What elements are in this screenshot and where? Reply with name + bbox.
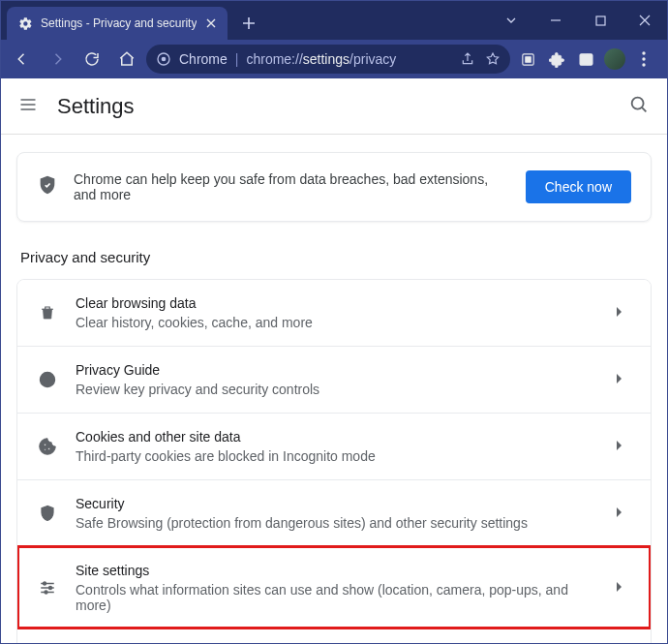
chevron-right-icon <box>616 505 631 522</box>
window-dropdown-button[interactable] <box>489 1 533 40</box>
row-title: Cookies and other site data <box>76 429 598 445</box>
safety-check-text: Chrome can help keep you safe from data … <box>74 171 510 202</box>
browser-menu-button[interactable] <box>630 51 657 67</box>
row-desc: Safe Browsing (protection from dangerous… <box>76 515 598 531</box>
extensions-puzzle-icon[interactable] <box>543 46 570 73</box>
omnibox-url: chrome://settings/privacy <box>246 51 396 67</box>
gear-icon <box>18 16 33 31</box>
row-desc: Review key privacy and security controls <box>76 382 598 397</box>
row-title: Clear browsing data <box>76 295 598 311</box>
svg-point-14 <box>44 582 46 585</box>
check-now-button[interactable]: Check now <box>526 170 631 203</box>
svg-point-15 <box>49 587 52 590</box>
row-cookies[interactable]: Cookies and other site data Third-party … <box>17 413 651 479</box>
search-settings-button[interactable] <box>628 94 650 119</box>
svg-point-8 <box>642 63 645 66</box>
chevron-right-icon <box>616 579 631 597</box>
omnibox-origin-label: Chrome <box>179 51 228 67</box>
row-privacy-guide[interactable]: Privacy Guide Review key privacy and sec… <box>17 346 651 413</box>
row-desc: Clear history, cookies, cache, and more <box>76 315 598 330</box>
page-title: Settings <box>57 94 135 119</box>
close-window-button[interactable] <box>622 1 667 40</box>
window-titlebar: Settings - Privacy and security <box>1 1 667 40</box>
svg-point-2 <box>162 57 167 62</box>
svg-rect-5 <box>580 53 592 64</box>
safety-check-card: Chrome can help keep you safe from data … <box>16 152 652 222</box>
chevron-right-icon <box>616 371 631 388</box>
settings-header: Settings <box>1 78 667 135</box>
profile-avatar[interactable] <box>601 46 628 73</box>
back-button[interactable] <box>7 44 38 75</box>
menu-button[interactable] <box>18 95 38 118</box>
svg-rect-4 <box>525 56 531 62</box>
new-tab-button[interactable] <box>235 10 262 37</box>
shield-icon <box>37 504 58 523</box>
svg-point-12 <box>48 448 50 450</box>
sliders-icon <box>37 579 58 597</box>
privacy-security-list: Clear browsing data Clear history, cooki… <box>16 279 652 643</box>
browser-toolbar: Chrome | chrome://settings/privacy <box>1 40 667 78</box>
extension-1-icon[interactable] <box>514 46 541 73</box>
home-button[interactable] <box>111 44 142 75</box>
svg-point-11 <box>45 444 46 445</box>
row-title: Privacy Guide <box>76 362 598 378</box>
address-bar[interactable]: Chrome | chrome://settings/privacy <box>146 45 510 74</box>
browser-tab[interactable]: Settings - Privacy and security <box>7 7 228 40</box>
row-desc: Third-party cookies are blocked in Incog… <box>76 448 598 464</box>
forward-button[interactable] <box>42 44 73 75</box>
cookie-icon <box>37 437 58 456</box>
tab-title: Settings - Privacy and security <box>41 16 197 30</box>
svg-rect-0 <box>596 16 605 25</box>
maximize-button[interactable] <box>578 1 622 40</box>
svg-point-9 <box>632 97 644 108</box>
row-clear-browsing-data[interactable]: Clear browsing data Clear history, cooki… <box>17 280 651 346</box>
window-controls <box>489 1 667 40</box>
row-title: Security <box>76 496 598 511</box>
svg-point-13 <box>45 449 46 451</box>
row-privacy-sandbox[interactable]: Privacy Sandbox Trial features are off <box>17 629 651 643</box>
settings-content[interactable]: Chrome can help keep you safe from data … <box>1 135 667 643</box>
bookmark-star-icon[interactable] <box>485 51 501 67</box>
chevron-right-icon <box>616 438 631 455</box>
svg-point-7 <box>642 57 645 60</box>
extensions-row <box>514 46 661 73</box>
close-tab-button[interactable] <box>204 16 218 30</box>
trash-icon <box>37 304 58 322</box>
row-security[interactable]: Security Safe Browsing (protection from … <box>17 479 651 546</box>
chevron-right-icon <box>616 304 631 322</box>
compass-icon <box>37 370 58 389</box>
row-desc: Controls what information sites can use … <box>76 582 598 613</box>
minimize-button[interactable] <box>533 1 578 40</box>
omnibox-separator: | <box>235 51 239 67</box>
section-title: Privacy and security <box>20 249 652 265</box>
svg-point-6 <box>642 51 645 54</box>
side-panel-icon[interactable] <box>572 46 599 73</box>
chrome-icon <box>156 51 171 67</box>
row-site-settings[interactable]: Site settings Controls what information … <box>17 546 651 629</box>
svg-point-16 <box>45 591 47 594</box>
row-title: Site settings <box>76 563 598 578</box>
reload-button[interactable] <box>76 44 107 75</box>
share-icon[interactable] <box>460 51 475 67</box>
shield-check-icon <box>37 174 58 199</box>
